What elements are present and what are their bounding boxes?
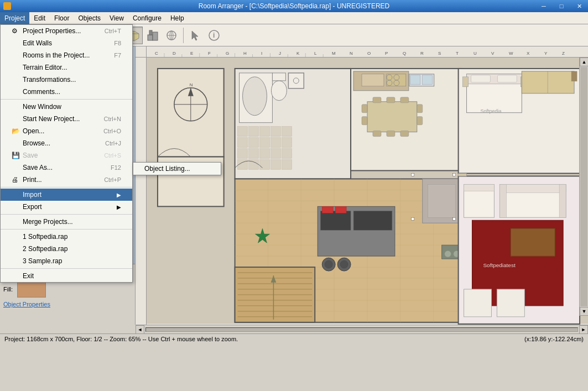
svg-rect-165 [511,228,555,256]
menu-print[interactable]: 🖨Print... Ctrl+P [1,174,132,186]
minimize-button[interactable]: ─ [535,0,553,12]
svg-rect-100 [362,117,367,125]
svg-rect-27 [153,32,158,40]
toolbar-structure[interactable] [144,27,162,44]
svg-point-60 [243,77,267,116]
vertical-scrollbar[interactable]: ▲ ▼ [579,58,588,316]
svg-point-151 [325,260,332,268]
menu-view[interactable]: View [105,12,128,24]
ruler-top: C D E F G H I J K L M N O P Q R S T U V [147,46,588,58]
menu-objects[interactable]: Objects [74,12,105,24]
svg-rect-98 [400,131,409,137]
svg-rect-28 [149,30,152,35]
svg-rect-163 [499,184,506,217]
menu-rooms-project[interactable]: Rooms in the Project... F7 [1,49,132,61]
menu-project-properties[interactable]: ⚙Project Properties... Ctrl+T [1,25,132,37]
maximize-button[interactable]: □ [553,0,570,12]
menu-browse[interactable]: Browse... Ctrl+J [1,137,132,149]
floor-plan[interactable]: N [147,58,588,325]
menu-help[interactable]: Help [166,12,189,24]
menu-configure[interactable]: Configure [128,12,166,24]
svg-rect-70 [282,138,292,148]
menu-export[interactable]: Export ▶ [1,201,132,213]
svg-rect-174 [453,173,456,176]
svg-marker-33 [192,31,198,40]
svg-rect-80 [282,160,292,170]
menu-merge-projects[interactable]: Merge Projects... [1,216,132,228]
menu-exit[interactable]: Exit [1,270,132,282]
svg-rect-75 [282,149,292,159]
svg-point-153 [340,260,348,268]
svg-rect-170 [497,289,524,317]
svg-rect-58 [288,73,304,88]
svg-rect-62 [249,127,259,137]
sep-1 [1,99,132,100]
menu-recent-3[interactable]: 3 Sample.rap [1,255,132,267]
menu-recent-2[interactable]: 2 Softpedia.rap [1,243,132,255]
fill-label: Fill: [3,286,13,293]
svg-rect-78 [259,160,269,170]
svg-rect-90 [410,75,420,85]
object-properties-link[interactable]: Object Properties [3,301,132,307]
scroll-track-v[interactable] [580,67,587,306]
svg-rect-155 [428,184,456,217]
scroll-left-button[interactable]: ◄ [136,325,144,334]
menu-import[interactable]: Import ▶ [1,189,132,201]
horizontal-scrollbar[interactable]: ◄ ► [136,325,588,333]
menu-new-window[interactable]: New Window [1,101,132,113]
menu-recent-1[interactable]: 1 Softpedia.rap [1,231,132,243]
menu-floor[interactable]: Floor [50,12,74,24]
fill-swatch[interactable] [17,281,46,298]
menu-save[interactable]: 💾Save Ctrl+S [1,149,132,161]
status-left: Project: 1168cm x 700cm, Floor: 1/2 -- Z… [4,336,238,342]
scroll-right-button[interactable]: ► [579,325,588,334]
svg-rect-72 [249,149,259,159]
svg-rect-167 [464,184,495,191]
menu-save-as[interactable]: Save As... F12 [1,161,132,174]
svg-rect-109 [463,77,469,87]
svg-rect-162 [499,184,566,192]
close-button[interactable]: ✕ [570,0,588,12]
menu-project[interactable]: Project [0,12,29,24]
svg-rect-107 [497,75,517,82]
menu-start-new-project[interactable]: Start New Project... Ctrl+N [1,113,132,125]
menu-terrain-editor[interactable]: Terrain Editor... [1,61,132,74]
svg-rect-91 [423,75,433,85]
svg-rect-68 [259,138,269,148]
menu-edit-walls[interactable]: Edit Walls F8 [1,37,132,49]
toolbar-sep-3 [183,28,184,43]
toolbar-info[interactable]: i [205,27,223,44]
svg-rect-71 [238,149,248,159]
status-right: (x:19.86 y:-122.24cm) [524,336,584,342]
svg-rect-149 [335,206,346,213]
scroll-up-button[interactable]: ▲ [580,58,588,66]
svg-rect-66 [238,138,248,148]
toolbar-special[interactable] [163,27,180,44]
sep-4 [1,229,132,230]
scroll-track-h[interactable] [145,327,578,332]
svg-point-56 [271,81,287,101]
svg-rect-175 [412,217,414,220]
svg-rect-65 [282,127,292,137]
svg-rect-73 [259,149,269,159]
canvas-area[interactable]: C D E F G H I J K L M N O P Q R S T U V [136,46,588,325]
ruler-corner [136,46,147,58]
svg-rect-147 [353,211,392,230]
svg-rect-169 [464,289,492,317]
import-submenu: Object Listing... [133,162,221,175]
menu-edit[interactable]: Edit [29,12,50,24]
svg-rect-111 [522,71,574,93]
svg-rect-146 [320,211,351,230]
scroll-down-button[interactable]: ▼ [580,307,588,316]
sep-2 [1,187,132,187]
fill-row: Fill: [3,281,132,298]
menu-comments[interactable]: Comments... [1,86,132,98]
svg-text:Softpediatest: Softpediatest [483,262,515,268]
menu-transformations[interactable]: Transformations... [1,74,132,86]
svg-text:N: N [190,82,193,87]
svg-rect-63 [259,127,269,137]
toolbar-pointer[interactable] [186,27,204,44]
menu-open[interactable]: 📂Open... Ctrl+O [1,125,132,137]
sep-5 [1,268,132,269]
submenu-object-listing[interactable]: Object Listing... [133,163,221,175]
